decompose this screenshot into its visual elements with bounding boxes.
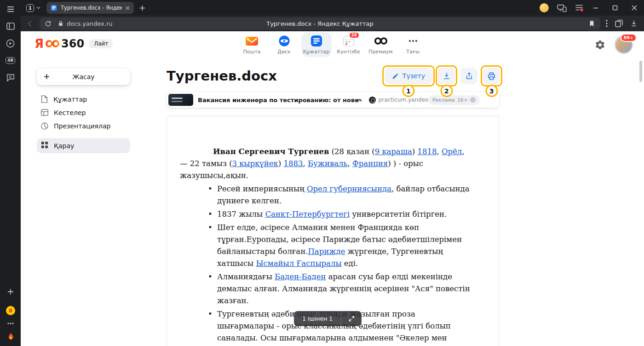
doc-link[interactable]: Орёл <box>442 147 462 156</box>
plus-icon <box>44 74 50 80</box>
notifications-icon[interactable] <box>575 4 583 12</box>
fullscreen-icon[interactable] <box>341 311 362 326</box>
doc-link[interactable]: Санкт-Петербургтегі <box>265 210 350 219</box>
doc-text: , <box>437 147 442 156</box>
share-button[interactable] <box>460 68 477 84</box>
annotation-number-3: 3 <box>485 85 498 97</box>
logo-360: 360 <box>61 38 84 49</box>
doc-link[interactable]: 3 қыркүйек <box>232 159 278 168</box>
logo-ya: Я <box>34 38 44 50</box>
doc-link[interactable]: Франция <box>352 159 388 168</box>
profile-avatar-small[interactable] <box>540 3 549 12</box>
docs-favicon <box>51 5 57 11</box>
settings-gear-icon[interactable] <box>595 40 605 50</box>
sidebar-item-label: Қарау <box>54 142 74 150</box>
doc-text: Иван Сергеевич Тургенев <box>213 147 329 156</box>
service-disk[interactable]: Диск <box>269 32 299 57</box>
sidebar-item-label: Құжаттар <box>53 96 87 103</box>
doc-text: Алманиядағы <box>217 272 275 281</box>
annotation-number-2: 2 <box>440 85 453 97</box>
doc-text: (28 қазан ( <box>329 147 374 156</box>
site-chip[interactable]: docs.yandex.ru <box>58 20 113 27</box>
profile-avatar[interactable]: 99+ <box>615 36 632 53</box>
document-icon <box>41 95 48 103</box>
sidebar-item-label: Презентациялар <box>54 122 110 130</box>
doc-link[interactable]: 1883 <box>283 159 303 168</box>
service-label: Құжаттар <box>303 49 330 55</box>
doc-link[interactable]: Орел губерниясында <box>307 185 391 193</box>
doc-link[interactable]: 9 қараша <box>375 147 412 156</box>
annotation-box-2: 2 <box>436 65 457 86</box>
sidebar-item-tables[interactable]: Кестелер <box>37 106 130 119</box>
download-button[interactable] <box>438 68 455 84</box>
doc-text: Ресей империясының <box>217 185 307 193</box>
4b-badge[interactable]: 4B <box>6 55 16 65</box>
doc-text: 1837 жылы <box>217 210 265 219</box>
minimize-button[interactable] <box>586 0 605 16</box>
doc-link[interactable]: Парижде <box>308 247 345 256</box>
infinity-icon <box>45 39 60 48</box>
doc-bullet-item: Шет елде, әсіресе Алмания менен Францияд… <box>207 222 470 270</box>
window-controls <box>586 0 644 16</box>
reload-icon[interactable] <box>45 20 52 27</box>
service-calendar[interactable]: 24 Күнтізбе <box>334 32 364 57</box>
doc-text: еді. <box>342 259 358 268</box>
scrollbar-thumb[interactable] <box>639 61 642 82</box>
active-tab[interactable]: Тургенев.docx - Яндек <box>46 2 134 14</box>
ad-headline[interactable]: Вакансия инженера по тестированию: от но… <box>198 97 362 104</box>
sidebar-panel-icon[interactable] <box>6 21 16 31</box>
tab-close-icon[interactable] <box>126 6 130 10</box>
sidebar-item-presentations[interactable]: Презентациялар <box>37 119 130 133</box>
share-icon <box>465 72 473 80</box>
rail-add-icon[interactable] <box>6 287 16 297</box>
flame-icon[interactable] <box>6 331 16 341</box>
edit-button-label: Түзету <box>402 72 425 80</box>
service-premium[interactable]: Премиум <box>366 32 396 57</box>
browser-side-rail: 4B Я <box>0 0 21 346</box>
maximize-button[interactable] <box>605 0 625 16</box>
service-mail[interactable]: Пошта <box>237 32 267 57</box>
devices-icon[interactable] <box>557 4 567 12</box>
downloads-icon[interactable] <box>630 20 638 27</box>
4b-badge-label: 4B <box>6 57 15 64</box>
url-text: docs.yandex.ru <box>67 20 113 27</box>
doc-bullet-item: 1837 жылы Санкт-Петербургтегі университе… <box>207 208 470 220</box>
doc-link[interactable]: Буживаль <box>308 159 348 168</box>
menu-icon[interactable] <box>6 4 16 14</box>
yandex-icon[interactable]: Я <box>6 306 16 316</box>
url-field[interactable]: docs.yandex.ru Тургенев.docx - Яндекс Құ… <box>40 17 600 30</box>
close-button[interactable] <box>625 0 644 16</box>
doc-link[interactable]: 1818 <box>418 147 437 156</box>
doc-bullet-item: Ресей империясының Орел губерниясында, б… <box>207 183 470 207</box>
ad-info-icon[interactable] <box>470 97 476 103</box>
yandex-360-logo[interactable]: Я 360 Лайт <box>34 38 113 50</box>
tab-group-button[interactable]: 1 <box>24 3 43 13</box>
back-icon[interactable] <box>26 20 34 28</box>
logo-badge: Лайт <box>89 39 113 48</box>
doc-paragraph: Иван Сергеевич Тургенев (28 қазан (9 қар… <box>180 146 470 182</box>
doc-text: ) <box>412 147 418 156</box>
edit-button[interactable]: Түзету <box>385 68 432 84</box>
chat-icon[interactable] <box>6 72 16 82</box>
panels-icon[interactable] <box>615 20 623 27</box>
service-more[interactable]: Тағы <box>398 32 428 57</box>
tab-group-count: 1 <box>26 4 34 12</box>
sidebar-item-view[interactable]: Қарау <box>37 138 130 153</box>
disk-icon <box>278 35 290 47</box>
doc-link[interactable]: Ысмайыл Ғаспыралы <box>256 259 341 268</box>
annotation-box-3: 3 <box>481 65 502 86</box>
play-icon[interactable] <box>6 38 16 48</box>
print-button[interactable] <box>483 68 500 84</box>
more-dots-icon[interactable] <box>6 318 16 329</box>
profile-badge: 99+ <box>621 34 637 42</box>
service-docs[interactable]: Құжаттар <box>301 32 332 57</box>
doc-link[interactable]: Баден-Баден <box>275 272 326 281</box>
kebab-menu-icon[interactable] <box>606 20 608 27</box>
document-title: Тургенев.docx <box>167 68 277 84</box>
create-button[interactable]: Жасау <box>37 68 130 85</box>
new-tab-button[interactable] <box>139 5 145 11</box>
bookmark-icon[interactable] <box>589 20 595 27</box>
annotation-box-1: Түзету 1 <box>382 65 435 86</box>
sidebar-item-documents[interactable]: Құжаттар <box>37 92 130 106</box>
chevron-down-icon <box>36 6 40 9</box>
